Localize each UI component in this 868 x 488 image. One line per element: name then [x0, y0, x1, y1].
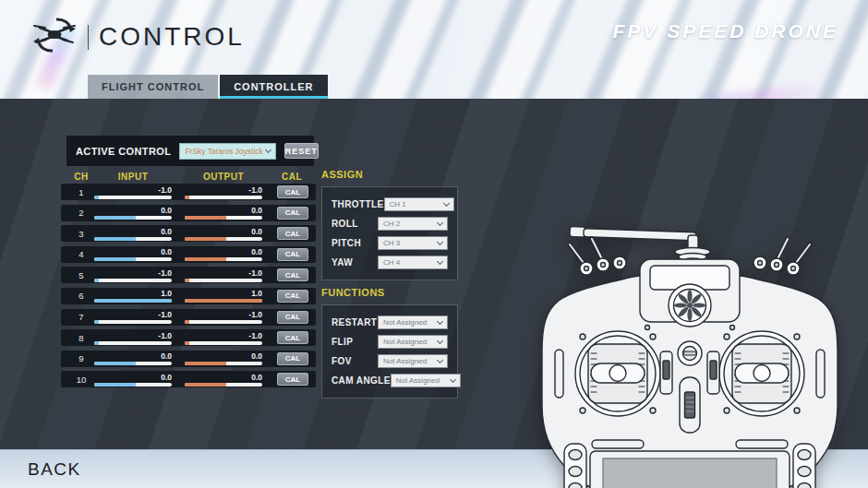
channel-row: 10 0.0 0.0 CAL [61, 371, 316, 387]
output-value: 1.0 [251, 290, 262, 298]
cal-button[interactable]: CAL [277, 373, 308, 386]
tab[interactable]: CONTROLLER [220, 75, 327, 99]
assign-panel: THROTTLE CH 1 ROLL CH 2 [321, 186, 458, 280]
cal-button[interactable]: CAL [277, 248, 308, 261]
channel-number: 4 [68, 249, 94, 259]
output-slider-fill [185, 216, 226, 220]
channel-rows: 1 -1.0 -1.0 CA [61, 184, 316, 387]
assign-select-value: CH 4 [383, 258, 435, 267]
input-slider[interactable]: 0.0 [94, 351, 172, 365]
assign-row: PITCH CH 3 [332, 233, 448, 253]
output-slider-fill [185, 257, 226, 261]
input-value: -1.0 [158, 332, 172, 340]
assign-select-value: CH 3 [383, 239, 435, 247]
assign-label: THROTTLE [332, 199, 384, 209]
assign-select[interactable]: CH 4 [378, 256, 448, 269]
assign-select-value: CH 1 [390, 200, 441, 208]
input-slider-fill [94, 237, 136, 241]
functions-title: FUNCTIONS [321, 287, 458, 302]
function-select[interactable]: Not Assigned [378, 335, 448, 349]
function-row: FOV Not Assigned [332, 351, 448, 371]
assign-select[interactable]: CH 2 [378, 217, 448, 231]
channel-row: 7 -1.0 -1.0 CA [61, 309, 316, 326]
input-slider-fill [94, 362, 136, 365]
output-slider[interactable]: -1.0 [185, 185, 262, 199]
channel-number: 10 [68, 375, 94, 385]
assign-label: YAW [332, 257, 353, 268]
transmitter-illustration [533, 222, 847, 488]
back-button[interactable]: BACK [28, 459, 81, 480]
output-value: -1.0 [248, 186, 262, 195]
function-select[interactable]: Not Assigned [378, 354, 448, 368]
cal-button[interactable]: CAL [277, 227, 308, 240]
input-slider[interactable]: 0.0 [94, 206, 172, 220]
output-slider-track [185, 320, 262, 324]
output-slider-fill [185, 279, 189, 282]
cal-button[interactable]: CAL [277, 331, 308, 344]
cal-button[interactable]: CAL [277, 290, 308, 303]
output-slider-fill [185, 299, 262, 303]
input-slider[interactable]: 0.0 [94, 227, 172, 241]
input-slider-track [94, 362, 172, 365]
tab[interactable]: FLIGHT CONTROL [88, 75, 218, 99]
output-slider[interactable]: 0.0 [185, 227, 262, 241]
input-slider-fill [94, 279, 99, 282]
assign-label: ROLL [332, 219, 358, 229]
cal-button[interactable]: CAL [277, 207, 308, 220]
output-slider-track [185, 196, 262, 199]
function-label: CAM ANGLE [332, 375, 391, 386]
cal-button[interactable]: CAL [277, 352, 308, 365]
output-slider[interactable]: -1.0 [185, 310, 262, 324]
function-select[interactable]: Not Assigned [391, 374, 461, 387]
output-slider[interactable]: 0.0 [185, 351, 262, 365]
output-slider[interactable]: 0.0 [185, 247, 262, 261]
output-value: 0.0 [251, 207, 262, 215]
output-slider[interactable]: -1.0 [185, 331, 262, 345]
input-slider[interactable]: -1.0 [94, 185, 172, 199]
channel-number: 1 [68, 187, 94, 197]
tab-bar: FLIGHT CONTROL CONTROLLER [88, 75, 328, 99]
output-value: 0.0 [251, 228, 262, 236]
input-value: 0.0 [161, 374, 172, 382]
channel-number: 2 [68, 208, 94, 218]
channel-number: 9 [68, 353, 94, 363]
page-title: CONTROL [99, 22, 245, 52]
cal-button[interactable]: CAL [277, 185, 308, 198]
input-slider[interactable]: 1.0 [94, 289, 172, 303]
col-header-input: INPUT [94, 172, 172, 182]
output-slider-track [185, 216, 262, 220]
channel-number: 6 [68, 291, 94, 301]
output-slider[interactable]: 0.0 [185, 206, 262, 220]
function-select[interactable]: Not Assigned [378, 315, 448, 329]
function-select-value: Not Assigned [383, 338, 435, 346]
function-row: CAM ANGLE Not Assigned [332, 371, 448, 390]
output-slider-track [185, 341, 262, 345]
assign-select-value: CH 2 [383, 220, 435, 228]
active-control-select[interactable]: FrSky Taranis Joystick [179, 143, 275, 160]
assign-label: PITCH [332, 238, 361, 248]
output-value: -1.0 [248, 332, 262, 340]
cal-button[interactable]: CAL [277, 268, 308, 281]
input-slider[interactable]: -1.0 [94, 310, 172, 324]
input-value: 0.0 [161, 352, 172, 361]
output-slider[interactable]: 0.0 [185, 373, 262, 387]
input-slider[interactable]: -1.0 [94, 268, 172, 282]
active-control-bar: ACTIVE CONTROL FrSky Taranis Joystick RE… [66, 136, 314, 166]
input-slider[interactable]: 0.0 [94, 373, 172, 387]
assign-select[interactable]: CH 3 [378, 236, 448, 250]
cal-button[interactable]: CAL [277, 311, 308, 324]
output-slider[interactable]: 1.0 [185, 289, 262, 303]
input-slider-track [94, 341, 172, 345]
channel-row: 6 1.0 1.0 CAL [61, 288, 316, 304]
output-slider[interactable]: -1.0 [185, 268, 262, 282]
col-header-cal: CAL [275, 172, 308, 182]
input-slider[interactable]: -1.0 [94, 331, 172, 345]
input-slider-fill [94, 299, 172, 303]
active-control-value: FrSky Taranis Joystick [185, 147, 262, 156]
control-screen: CONTROL FPV SPEED DRONE FLIGHT CONTROL C… [0, 0, 868, 488]
assign-select[interactable]: CH 1 [384, 197, 454, 211]
output-slider-track [185, 383, 262, 387]
channel-row: 8 -1.0 -1.0 CA [61, 329, 316, 346]
reset-button[interactable]: RESET [284, 143, 319, 159]
input-slider[interactable]: 0.0 [94, 247, 172, 261]
